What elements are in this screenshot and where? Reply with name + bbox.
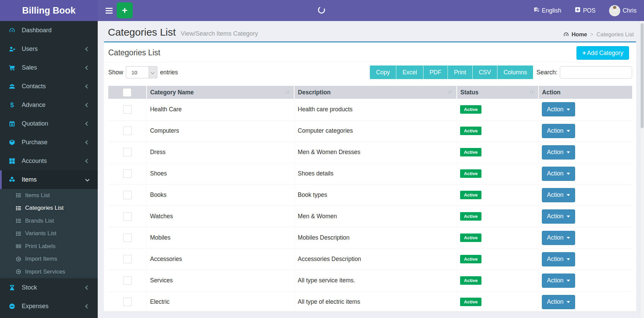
cell-description: Shoes details (294, 163, 457, 184)
table-row-accessories: AccessoriesAccessories DescriptionActive… (108, 248, 632, 270)
sort-icon: ↓↑ (285, 89, 289, 94)
quick-add-button[interactable]: + (117, 2, 133, 18)
add-category-button[interactable]: + Add Category (576, 46, 629, 60)
export-columns-button[interactable]: Columns (497, 66, 533, 79)
status-badge: Active (460, 105, 481, 114)
caret-down-icon (567, 109, 570, 112)
chevron-left-icon (85, 304, 90, 308)
scrollbar-thumb[interactable] (641, 23, 644, 128)
language-menu[interactable]: English (534, 7, 561, 14)
sidebar-item-expenses[interactable]: Expenses (0, 297, 98, 316)
search-label: Search: (536, 69, 557, 76)
loading-spinner-icon (317, 5, 326, 14)
plus-icon: + (582, 49, 586, 57)
sidebar-item-brands-list[interactable]: Brands List (0, 214, 98, 227)
sidebar-item-variants-list[interactable]: Variants List (0, 227, 98, 240)
cell-category-name: Watches (147, 206, 294, 227)
breadcrumb: Home > Categories List (563, 31, 634, 38)
caret-down-icon (567, 151, 570, 155)
page-subtitle: View/Search Items Category (181, 30, 258, 37)
row-checkbox[interactable] (123, 169, 132, 178)
sidebar-item-advance[interactable]: Advance (0, 96, 98, 114)
show-label: Show (108, 69, 123, 76)
row-checkbox[interactable] (123, 276, 132, 285)
caret-down-icon (567, 216, 570, 219)
chevron-left-icon (85, 84, 90, 89)
sidebar-item-purchase[interactable]: Purchase (0, 133, 98, 152)
sidebar-item-contacts[interactable]: Contacts (0, 77, 98, 96)
row-checkbox[interactable] (123, 255, 132, 263)
sidebar-item-sales[interactable]: Sales (0, 58, 98, 77)
sidebar-item-print-labels[interactable]: Print Labels (0, 240, 98, 253)
table-row-shoes: ShoesShoes detailsActiveAction (108, 163, 632, 184)
gauge-icon (563, 32, 569, 37)
status-badge: Active (460, 233, 481, 242)
caret-down-icon (567, 301, 570, 305)
row-action-button[interactable]: Action (542, 252, 575, 266)
column-header-status[interactable]: Status ↓↑ (457, 86, 538, 99)
breadcrumb-current: Categories List (596, 31, 634, 38)
page-title: Categories List (108, 26, 176, 38)
export-copy-button[interactable]: Copy (370, 66, 396, 79)
select-all-checkbox[interactable] (123, 88, 131, 97)
row-checkbox[interactable] (123, 127, 132, 135)
panel-title: Categories List (108, 47, 629, 58)
export-excel-button[interactable]: Excel (396, 66, 423, 79)
row-checkbox[interactable] (123, 233, 132, 242)
row-checkbox[interactable] (123, 298, 132, 306)
sidebar-item-quotation[interactable]: Quotation (0, 114, 98, 133)
hamburger-icon (106, 8, 113, 14)
export-csv-button[interactable]: CSV (473, 66, 497, 79)
column-header-category-name[interactable]: Category Name ↓↑ (147, 86, 294, 99)
row-action-button[interactable]: Action (542, 231, 575, 245)
row-action-button[interactable]: Action (542, 295, 575, 309)
sidebar-item-users[interactable]: Users (0, 40, 98, 58)
row-checkbox[interactable] (123, 148, 132, 156)
row-action-button[interactable]: Action (542, 145, 575, 160)
export-print-button[interactable]: Print (448, 66, 473, 79)
row-action-button[interactable]: Action (542, 274, 575, 288)
row-action-button[interactable]: Action (542, 102, 575, 116)
chevron-left-icon (85, 66, 90, 70)
sidebar-item-import-items[interactable]: Import Items (0, 253, 98, 266)
export-pdf-button[interactable]: PDF (423, 66, 448, 79)
table-row-books: BooksBook typesActiveAction (108, 184, 632, 206)
export-button-group: CopyExcelPDFPrintCSVColumns (370, 66, 533, 79)
row-action-button[interactable]: Action (542, 167, 575, 181)
sidebar-item-import-services[interactable]: Import Services (0, 265, 98, 278)
status-badge: Active (460, 212, 481, 221)
user-menu[interactable]: Chris (609, 5, 637, 16)
sidebar-item-dashboard[interactable]: Dashboard (0, 21, 98, 40)
entries-label: entries (160, 69, 178, 76)
chevron-left-icon (85, 103, 90, 107)
breadcrumb-home-link[interactable]: Home (563, 31, 587, 38)
row-checkbox[interactable] (123, 191, 132, 199)
table-row-services: ServicesAll type service items.ActiveAct… (108, 270, 632, 291)
row-action-button[interactable]: Action (542, 188, 575, 202)
page-size-select[interactable]: 10 (126, 66, 157, 78)
cell-category-name: Dress (147, 142, 294, 163)
column-header-action: Action (538, 86, 632, 99)
cell-category-name: Health Care (147, 99, 294, 120)
sort-icon: ↓↑ (448, 89, 452, 94)
cell-description: Accessories Description (294, 248, 457, 270)
column-header-description[interactable]: Description ↓↑ (294, 86, 457, 99)
search-input[interactable] (560, 66, 632, 79)
cell-category-name: Shoes (147, 163, 294, 184)
row-action-button[interactable]: Action (542, 124, 575, 138)
sidebar-item-accounts[interactable]: Accounts (0, 152, 98, 170)
chevron-down-icon (149, 67, 157, 78)
row-checkbox[interactable] (123, 212, 132, 221)
user-plus-icon (9, 46, 19, 52)
sidebar-item-stock[interactable]: Stock (0, 278, 98, 297)
sidebar-toggle-button[interactable] (102, 0, 116, 21)
row-checkbox[interactable] (123, 105, 132, 114)
pos-button[interactable]: POS (575, 7, 595, 14)
sidebar-item-items-list[interactable]: Items List (0, 189, 98, 202)
chevron-left-icon (85, 285, 90, 290)
row-action-button[interactable]: Action (542, 209, 575, 224)
sidebar-item-items[interactable]: Items (0, 170, 98, 189)
list-icon (16, 192, 25, 198)
sidebar-item-categories-list[interactable]: Categories List (0, 202, 98, 215)
app-logo[interactable]: Billing Book (0, 0, 98, 21)
